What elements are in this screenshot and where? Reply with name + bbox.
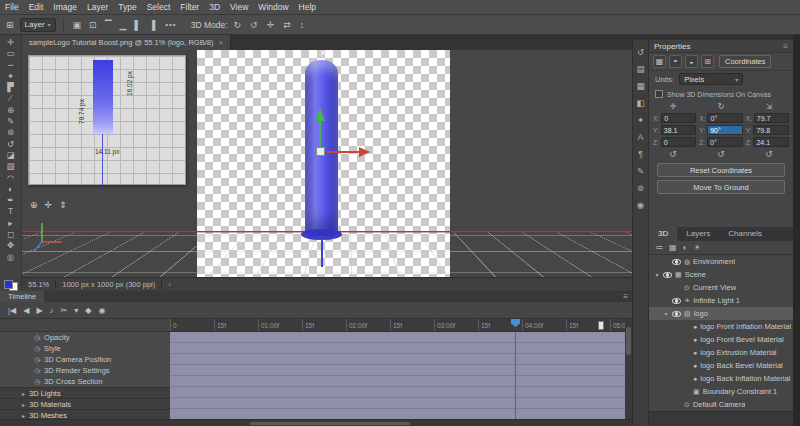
tree-item-logo-back-inflation-material[interactable]: ● logo Back Inflation Material [649,372,793,385]
tree-item-logo-front-inflation-material[interactable]: ● logo Front Inflation Material [649,320,793,333]
show-dimensions-checkbox[interactable] [655,90,663,98]
split-at-playhead-button[interactable]: ✂ [61,306,68,315]
zoom-level[interactable]: 55.1% [28,280,49,289]
rotation-axis-icon[interactable]: ↻ [718,102,725,111]
tab-channels[interactable]: Channels [719,227,771,241]
play-button[interactable]: ▶ [36,306,42,315]
timeline-panel-tab[interactable]: Timeline [0,291,44,302]
y-axis-arrow-icon[interactable] [315,108,325,121]
audio-toggle-button[interactable]: ♪ [50,306,54,315]
menu-item[interactable]: Image [48,0,82,15]
menu-item[interactable]: View [225,0,253,15]
character-panel-icon[interactable]: A [638,133,644,142]
timeline-property-row[interactable]: ◷ 3D Cross Section [0,376,170,387]
tab-3d[interactable]: 3D [649,227,677,241]
reset-rotation-y-icon[interactable]: ↺ [717,149,725,159]
rotation-y-field[interactable]: 90° [707,125,743,135]
menu-item[interactable]: Type [113,0,141,15]
tree-item-scene[interactable]: ▾ ▦ Scene [649,268,793,281]
x-axis-arrow-icon[interactable] [359,147,370,157]
scale-z-field[interactable]: 24.1 [753,137,789,147]
color-panel-icon[interactable]: ▤ [636,65,644,74]
tree-item-boundary-constraint-1[interactable]: ▣ Boundary Constraint 1 [649,385,793,398]
secondary-view-swap-icon[interactable]: ⇕ [59,200,67,210]
y-axis-arrow-shaft[interactable] [319,121,321,149]
more-options-icon[interactable]: ••• [165,20,176,29]
history-brush-tool-icon[interactable]: ↺ [0,139,22,150]
stopwatch-icon[interactable]: ◷ [34,334,40,342]
scale-y-field[interactable]: 79.8 [753,125,789,135]
brush-tool-icon[interactable]: ✎ [0,116,22,127]
deform-properties-icon[interactable]: ◓ [669,55,682,68]
filter-whole-scene-icon[interactable]: ≔ [655,243,663,252]
eyedropper-tool-icon[interactable]: ∕ [0,93,22,104]
hand-tool-icon[interactable]: ✥ [0,240,22,251]
menu-item[interactable]: Filter [175,0,204,15]
tool-preset-select[interactable]: Layer ▾ [20,18,56,32]
visibility-eye-icon[interactable] [672,259,681,265]
work-area-end-handle[interactable] [598,321,604,330]
timeline-vertical-scrollbar[interactable] [625,319,632,419]
visibility-eye-icon[interactable] [663,272,672,278]
timeline-group-row[interactable]: ▸ 3D Materials [0,398,170,409]
mesh-properties-icon[interactable]: ▦ [653,55,666,68]
chevron-right-icon[interactable]: ▸ [22,412,25,419]
timeline-ruler[interactable]: 015f01:00f15f02:00f15f03:00f15f04:00f15f… [170,319,625,332]
secondary-view-pan-icon[interactable]: ✛ [45,200,53,210]
visibility-eye-icon[interactable] [672,311,681,317]
camera-button[interactable]: ◉ [98,306,105,315]
dodge-tool-icon[interactable]: ◐ [0,184,22,195]
previous-frame-button[interactable]: ◀ [23,306,29,315]
tree-item-logo-extrusion-material[interactable]: ● logo Extrusion Material [649,346,793,359]
stopwatch-icon[interactable]: ◷ [34,345,40,353]
secondary-view-camera-icon[interactable]: ⊕ [30,200,38,210]
tree-item-current-view[interactable]: ⊙ Current View [649,281,793,294]
disclosure-arrow-icon[interactable]: ▾ [654,271,660,278]
dolly-3d-camera-icon[interactable]: ↕ [298,20,307,30]
chevron-right-icon[interactable]: › [168,280,171,289]
stopwatch-icon[interactable]: ◷ [34,378,40,386]
zoom-tool-icon[interactable]: ◎ [0,252,22,263]
shape-tool-icon[interactable]: ◻ [0,229,22,240]
clone-source-panel-icon[interactable]: ⊚ [637,184,644,193]
foreground-color-swatch[interactable] [4,280,13,289]
stopwatch-icon[interactable]: ◷ [34,367,40,375]
transform-controls-toggle-icon[interactable]: ⊡ [87,20,99,30]
timeline-property-row[interactable]: ◷ Style [0,343,170,354]
tree-item-environment[interactable]: ◍ Environment [649,255,793,268]
rotation-z-field[interactable]: 0° [707,137,743,147]
panel-menu-icon[interactable]: ≡ [783,42,788,51]
timeline-property-row[interactable]: ◷ Opacity [0,332,170,343]
move-to-ground-button[interactable]: Move To Ground [657,180,785,194]
x-axis-arrow-shaft[interactable] [327,151,359,153]
slide-3d-camera-icon[interactable]: ⇄ [281,20,293,30]
move-tool-icon[interactable]: ✛ [0,37,22,48]
canvas-viewport[interactable]: ☀ 78.74 px 16.02 px 14.11 px ⊕✛⇕ [22,50,632,277]
align-left-icon[interactable]: ▌ [132,20,142,30]
crop-tool-icon[interactable]: ▛ [0,82,22,93]
reset-coordinates-button[interactable]: Reset Coordinates [657,163,785,177]
tab-layers[interactable]: Layers [677,227,719,241]
timeline-property-row[interactable]: ◷ 3D Render Settings [0,365,170,376]
secondary-view[interactable]: 78.74 px 16.02 px 14.11 px [28,55,186,185]
blur-tool-icon[interactable]: ◠ [0,173,22,184]
lasso-tool-icon[interactable]: ∽ [0,60,22,71]
tree-item-logo[interactable]: ▾ ▧ logo [649,307,793,320]
filter-meshes-icon[interactable]: ▦ [669,243,677,252]
visibility-eye-icon[interactable] [672,298,681,304]
close-icon[interactable]: × [218,38,223,47]
transition-button[interactable]: ◆ [85,306,91,315]
pan-3d-camera-icon[interactable]: ✛ [265,20,277,30]
type-tool-icon[interactable]: T [0,206,22,217]
styles-panel-icon[interactable]: ✦ [637,116,644,125]
tree-item-logo-back-bevel-material[interactable]: ● logo Back Bevel Material [649,359,793,372]
healing-brush-tool-icon[interactable]: ⊕ [0,105,22,116]
document-tab[interactable]: sampleLogo Tutorial Boost.png @ 55.1% (l… [22,35,231,50]
chevron-right-icon[interactable]: ▸ [22,401,25,408]
tree-item-logo-front-bevel-material[interactable]: ● logo Front Bevel Material [649,333,793,346]
3d-widget-pivot-cube[interactable] [316,147,325,156]
align-right-icon[interactable]: ▐ [147,20,157,30]
coordinates-properties-icon[interactable]: ⊞ [701,55,714,68]
orbit-3d-camera-icon[interactable]: ↻ [232,20,244,30]
position-axis-icon[interactable]: ✛ [670,102,677,111]
